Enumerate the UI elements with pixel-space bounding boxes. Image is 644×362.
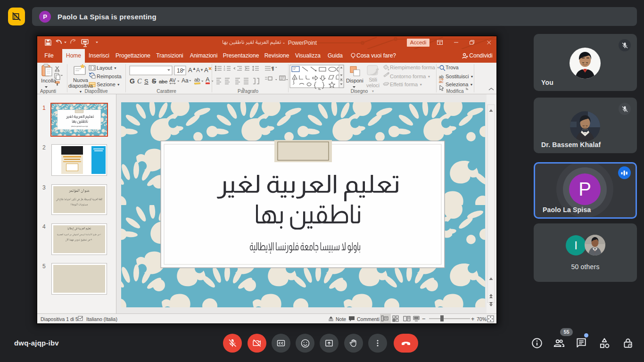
- svg-text:G: G: [130, 77, 135, 85]
- svg-text:AV: AV: [169, 77, 176, 83]
- svg-text:ab: ab: [194, 77, 200, 82]
- svg-text:S: S: [144, 78, 149, 85]
- svg-text:Aa: Aa: [182, 77, 189, 84]
- svg-text:▼: ▼: [200, 68, 204, 72]
- svg-text:A: A: [206, 76, 210, 83]
- svg-text:ac: ac: [439, 79, 444, 84]
- svg-text:¶: ¶: [272, 66, 274, 71]
- svg-text:S: S: [152, 77, 156, 85]
- svg-text:A: A: [188, 66, 192, 74]
- svg-text:A: A: [204, 66, 208, 74]
- svg-text:ab: ab: [439, 74, 444, 79]
- svg-text:▲: ▲: [192, 66, 196, 71]
- svg-text:abe: abe: [159, 79, 167, 84]
- svg-text:18: 18: [177, 67, 183, 74]
- svg-text:A: A: [196, 67, 200, 74]
- svg-text:C: C: [137, 78, 142, 85]
